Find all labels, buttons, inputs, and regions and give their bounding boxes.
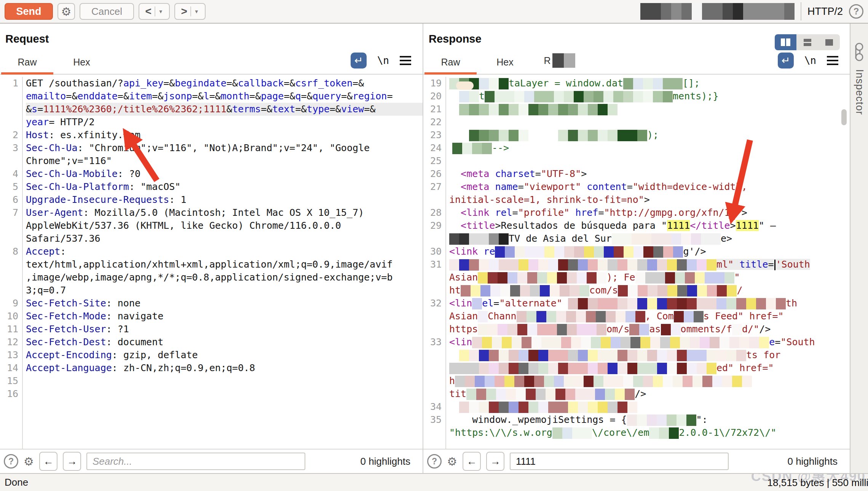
redacted-text (623, 78, 683, 89)
code-row: --> (449, 142, 850, 155)
line-number (423, 387, 445, 400)
inspector-label: Inspector (854, 69, 865, 115)
line-number: 27 (423, 180, 445, 193)
line-number: 28 (423, 206, 445, 219)
request-panel-title: Request (0, 24, 423, 48)
redacted-text (472, 298, 482, 309)
search-previous-button[interactable]: ← (463, 452, 481, 471)
line-number: 31 (423, 258, 445, 271)
line-number: 15 (0, 375, 22, 387)
code-row: Sec-Fetch-User: ?1 (26, 323, 423, 336)
code-row: httpsom/sasomments/fd/"/> (449, 323, 850, 336)
code-row: text/html,application/xhtml+xml,applicat… (26, 258, 423, 271)
response-tab-raw[interactable]: Raw (423, 57, 478, 74)
line-number: 29 (423, 219, 445, 232)
response-tabs: Raw Hex R ↵ \n (423, 48, 850, 75)
search-settings-gear-icon[interactable]: ⚙ (447, 455, 457, 468)
redacted-text (495, 246, 683, 258)
help-icon[interactable]: ? (849, 4, 863, 19)
line-number: 11 (0, 323, 22, 336)
editor-menu-icon[interactable] (827, 56, 838, 65)
code-row: AsianChann, Coms Feed" href=" (449, 310, 850, 323)
word-wrap-toggle-icon[interactable]: ↵ (351, 53, 367, 69)
search-settings-gear-icon[interactable]: ⚙ (24, 455, 34, 468)
line-number (423, 426, 445, 439)
layout-columns-button[interactable] (775, 34, 796, 50)
line-number: 26 (423, 167, 445, 180)
previous-request-button[interactable]: < ▼ (139, 3, 170, 20)
word-wrap-toggle-icon[interactable]: ↵ (778, 53, 794, 69)
code-row: ); (449, 129, 850, 142)
response-tab-render[interactable]: R (532, 53, 587, 74)
redacted-text (612, 233, 721, 245)
redacted-text (627, 414, 667, 426)
line-number: 34 (423, 400, 445, 413)
redaction-blob (456, 81, 474, 90)
code-row: taLayer = window.dat[]; (449, 77, 850, 90)
line-number: 10 (0, 310, 22, 323)
code-row: Accept-Language: zh-CN,zh;q=0.9,en;q=0.8 (26, 362, 423, 375)
line-number: 20 (423, 90, 445, 103)
redacted-text (459, 91, 479, 102)
line-number (423, 362, 445, 375)
response-editor[interactable]: 1920212223242526272829303132333435 taLay… (423, 75, 850, 449)
code-row: year= HTTP/2 (26, 116, 423, 129)
send-button[interactable]: Send (5, 3, 53, 20)
redacted-text (649, 427, 679, 439)
line-number (0, 155, 22, 167)
line-number (423, 323, 445, 336)
redacted-text (455, 376, 752, 387)
search-previous-button[interactable]: ← (39, 452, 57, 471)
redacted-text (449, 259, 716, 271)
layout-rows-button[interactable] (796, 34, 818, 50)
response-code[interactable]: taLayer = window.dat[];tments);});--> <m… (445, 77, 850, 449)
request-tab-hex[interactable]: Hex (54, 57, 109, 74)
redacted-text (449, 363, 716, 374)
code-row: ed" href=" (449, 362, 850, 375)
code-row: Asian); Fe" (449, 271, 850, 284)
redacted-text (629, 324, 649, 335)
request-code[interactable]: GET /southasian/?api_key=&begindate=&cal… (22, 77, 423, 449)
line-number: 2 (0, 129, 22, 142)
line-number (0, 103, 22, 116)
response-scrollbar[interactable] (841, 109, 847, 125)
search-help-icon[interactable]: ? (427, 454, 442, 469)
request-settings-gear-icon[interactable]: ⚙ (57, 3, 75, 20)
redacted-text (449, 233, 509, 245)
request-highlights-count: 0 highlights (360, 456, 419, 467)
show-newlines-toggle[interactable]: \n (804, 55, 816, 66)
response-tab-hex[interactable]: Hex (478, 57, 532, 74)
request-tab-raw[interactable]: Raw (0, 57, 54, 74)
redacted-text (459, 350, 746, 361)
line-number: 19 (423, 77, 445, 90)
line-number (0, 258, 22, 271)
search-next-button[interactable]: → (63, 452, 81, 471)
next-request-button[interactable]: > ▼ (174, 3, 206, 20)
inspector-tab[interactable]: Inspector (850, 24, 868, 473)
code-row: <line="South (449, 336, 850, 349)
response-search-input[interactable] (510, 453, 729, 470)
editor-menu-icon[interactable] (400, 56, 411, 65)
line-number: 16 (0, 387, 22, 400)
line-number: 1 (0, 77, 22, 90)
request-search-input[interactable] (86, 453, 305, 470)
search-next-button[interactable]: → (486, 452, 504, 471)
http-version-selector[interactable]: HTTP/2 (807, 6, 843, 18)
redacted-text (517, 311, 645, 322)
code-row: ts for (449, 349, 850, 362)
cancel-button[interactable]: Cancel (80, 3, 134, 20)
layout-single-button[interactable] (818, 34, 840, 50)
request-editor[interactable]: 12345678910111213141516 GET /southasian/… (0, 75, 423, 449)
code-row (449, 400, 850, 413)
show-newlines-toggle[interactable]: \n (377, 55, 389, 66)
line-number: 8 (0, 245, 22, 258)
line-number (423, 284, 445, 297)
redacted-text (732, 324, 742, 335)
redacted-text (478, 272, 606, 284)
search-help-icon[interactable]: ? (4, 454, 18, 469)
line-number: 23 (423, 129, 445, 142)
line-number: 14 (0, 362, 22, 375)
line-number (423, 375, 445, 387)
line-number: 24 (423, 142, 445, 155)
redacted-text (674, 311, 704, 322)
